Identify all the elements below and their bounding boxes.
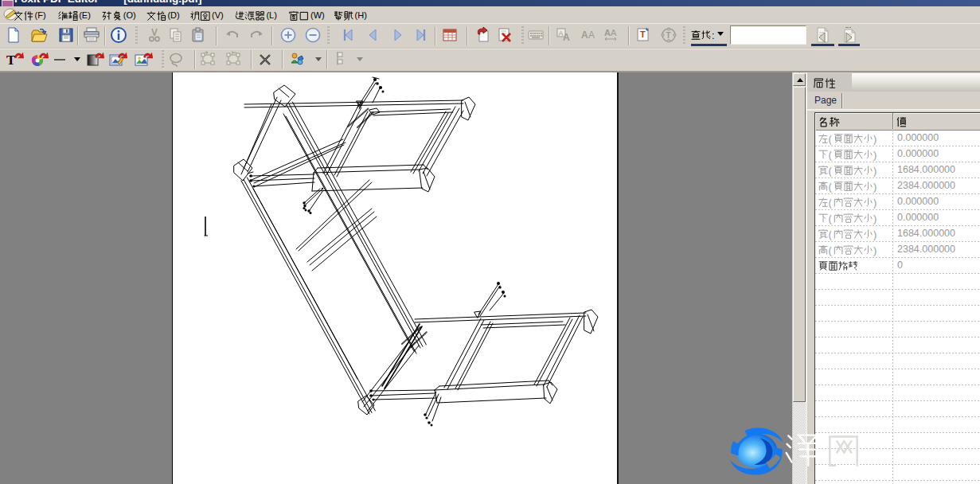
svg-text:A: A [581,29,588,41]
svg-text:T: T [640,29,646,39]
svg-text:(: ( [829,244,833,256]
svg-text:): ) [873,165,877,177]
svg-text:A: A [604,28,611,37]
svg-text:): ) [873,149,877,161]
svg-text:T: T [6,53,16,68]
svg-text:A: A [611,28,617,37]
svg-text:): ) [873,133,877,145]
svg-text:): ) [873,244,877,256]
svg-text:(: ( [829,149,833,161]
svg-text:): ) [873,228,877,240]
svg-text:): ) [873,213,877,224]
svg-text:(: ( [829,181,833,193]
svg-text:): ) [873,181,877,193]
svg-text:(: ( [829,133,833,145]
svg-text:A: A [588,29,595,41]
svg-text:(: ( [829,197,833,209]
svg-text:A: A [563,32,570,43]
svg-text:(: ( [829,228,833,240]
svg-text:(: ( [829,213,833,224]
svg-text::: : [712,29,715,41]
svg-text:T: T [666,31,671,40]
svg-text:(: ( [829,165,833,177]
svg-text:): ) [873,197,877,209]
